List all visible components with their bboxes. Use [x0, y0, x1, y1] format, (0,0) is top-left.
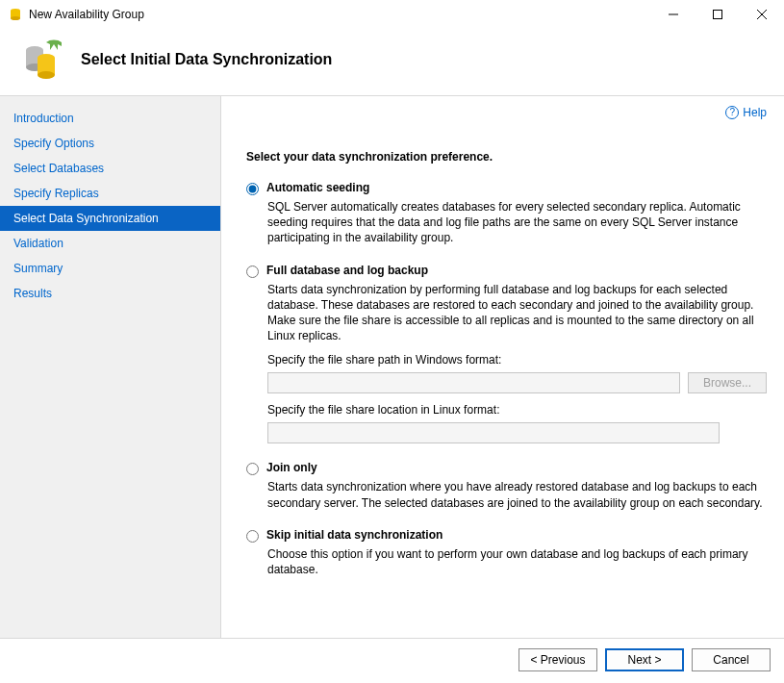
option-automatic-seeding-desc: SQL Server automatically creates databas…	[267, 199, 767, 246]
svg-point-2	[11, 16, 20, 20]
minimize-button[interactable]	[651, 0, 695, 29]
option-skip-sync[interactable]: Skip initial data synchronization	[246, 528, 767, 543]
option-full-backup-label: Full database and log backup	[266, 264, 428, 277]
maximize-button[interactable]	[695, 0, 740, 29]
linux-path-input[interactable]	[267, 422, 720, 443]
help-link[interactable]: ? Help	[725, 106, 767, 119]
option-join-only[interactable]: Join only	[246, 461, 767, 475]
windows-path-label: Specify the file share path in Windows f…	[267, 353, 767, 367]
radio-join-only[interactable]	[246, 463, 259, 475]
wizard-body: Introduction Specify Options Select Data…	[0, 96, 784, 638]
sidebar-item-summary[interactable]: Summary	[0, 256, 220, 281]
option-skip-sync-label: Skip initial data synchronization	[266, 528, 443, 542]
content-panel: ? Help Select your data synchronization …	[221, 96, 784, 638]
svg-rect-4	[714, 11, 722, 19]
sidebar: Introduction Specify Options Select Data…	[0, 96, 221, 638]
windows-path-input[interactable]	[267, 372, 680, 393]
svg-point-12	[38, 71, 55, 79]
option-join-only-label: Join only	[266, 461, 317, 474]
option-automatic-seeding[interactable]: Automatic seeding	[246, 181, 767, 195]
option-automatic-seeding-label: Automatic seeding	[266, 181, 369, 194]
wizard-footer: < Previous Next > Cancel	[0, 638, 784, 683]
option-full-backup-desc: Starts data synchronization by performin…	[267, 282, 767, 344]
help-icon: ?	[725, 106, 739, 119]
page-title: Select Initial Data Synchronization	[81, 51, 332, 68]
previous-button[interactable]: < Previous	[518, 648, 597, 671]
app-icon	[8, 7, 23, 22]
sidebar-item-validation[interactable]: Validation	[0, 231, 220, 256]
sidebar-item-select-data-synchronization[interactable]: Select Data Synchronization	[0, 206, 220, 231]
radio-skip-sync[interactable]	[246, 530, 259, 543]
close-button[interactable]	[740, 0, 784, 29]
titlebar: New Availability Group	[0, 0, 784, 29]
window-title: New Availability Group	[29, 8, 144, 21]
next-button[interactable]: Next >	[605, 648, 684, 671]
sidebar-item-specify-options[interactable]: Specify Options	[0, 131, 220, 156]
help-label: Help	[743, 106, 767, 119]
sidebar-item-results[interactable]: Results	[0, 281, 220, 306]
radio-full-backup[interactable]	[246, 266, 259, 278]
option-full-backup[interactable]: Full database and log backup	[246, 264, 767, 278]
wizard-header: Select Initial Data Synchronization	[0, 29, 784, 96]
sync-prompt: Select your data synchronization prefere…	[246, 150, 767, 164]
option-join-only-desc: Starts data synchronization where you ha…	[267, 479, 767, 510]
sidebar-item-introduction[interactable]: Introduction	[0, 106, 220, 131]
radio-automatic-seeding[interactable]	[246, 183, 259, 195]
sidebar-item-select-databases[interactable]: Select Databases	[0, 156, 220, 181]
cancel-button[interactable]: Cancel	[692, 648, 771, 671]
option-skip-sync-desc: Choose this option if you want to perfor…	[267, 546, 767, 577]
sidebar-item-specify-replicas[interactable]: Specify Replicas	[0, 181, 220, 206]
linux-path-label: Specify the file share location in Linux…	[267, 403, 767, 417]
browse-button[interactable]: Browse...	[688, 372, 767, 393]
wizard-icon	[19, 37, 65, 83]
